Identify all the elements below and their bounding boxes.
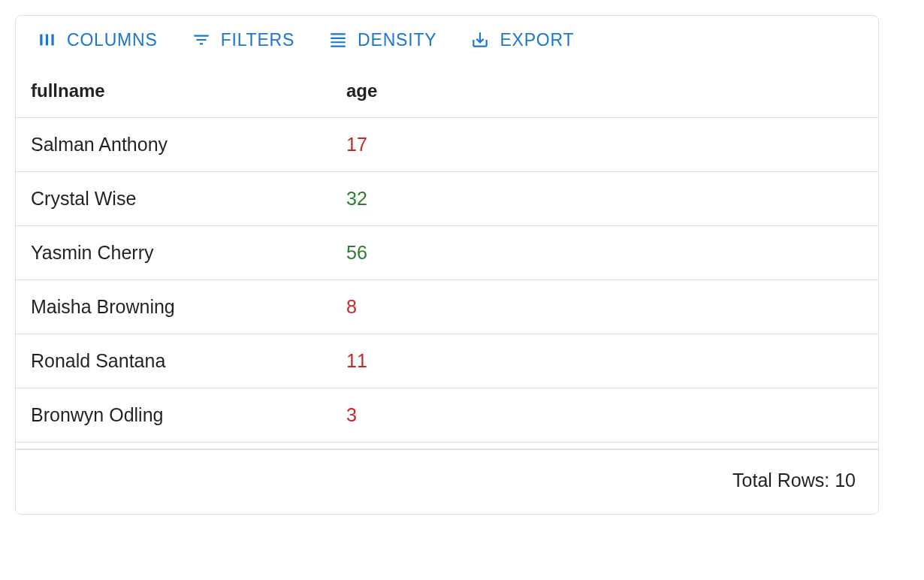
density-icon — [328, 29, 349, 50]
columns-button[interactable]: COLUMNS — [31, 25, 164, 55]
cell-fullname: Maisha Browning — [31, 296, 346, 318]
grid-footer: Total Rows: 10 — [16, 449, 878, 514]
filters-button-label: FILTERS — [221, 30, 294, 50]
table-row[interactable]: Ronald Santana 11 — [16, 334, 878, 388]
table-row[interactable]: Bronwyn Odling 3 — [16, 388, 878, 443]
cell-fullname: Bronwyn Odling — [31, 404, 346, 426]
table-row[interactable]: Maisha Browning 8 — [16, 280, 878, 334]
density-button[interactable]: DENSITY — [322, 25, 442, 55]
cell-age: 32 — [346, 188, 863, 210]
column-headers: fullname age — [16, 64, 878, 118]
columns-icon — [37, 29, 58, 50]
cell-age: 17 — [346, 134, 863, 156]
table-row-partial — [16, 443, 878, 449]
cell-age: 11 — [346, 350, 863, 372]
cell-fullname: Salman Anthony — [31, 134, 346, 156]
grid-toolbar: COLUMNS FILTERS DENSITY EXPORT — [16, 16, 878, 64]
total-rows-label: Total Rows: 10 — [732, 470, 856, 491]
table-row[interactable]: Salman Anthony 17 — [16, 118, 878, 172]
density-button-label: DENSITY — [358, 30, 436, 50]
table-row[interactable]: Crystal Wise 32 — [16, 172, 878, 226]
table-row[interactable]: Yasmin Cherry 56 — [16, 226, 878, 280]
header-fullname[interactable]: fullname — [31, 80, 346, 101]
cell-age: 8 — [346, 296, 863, 318]
filter-icon — [191, 29, 212, 50]
filters-button[interactable]: FILTERS — [185, 25, 300, 55]
grid-body: Salman Anthony 17 Crystal Wise 32 Yasmin… — [16, 118, 878, 449]
cell-fullname: Crystal Wise — [31, 188, 346, 210]
download-icon — [470, 29, 491, 50]
export-button-label: EXPORT — [500, 30, 574, 50]
cell-age: 56 — [346, 242, 863, 264]
data-grid: COLUMNS FILTERS DENSITY EXPORT fullname … — [15, 15, 879, 515]
export-button[interactable]: EXPORT — [464, 25, 580, 55]
cell-fullname: Ronald Santana — [31, 350, 346, 372]
columns-button-label: COLUMNS — [67, 30, 158, 50]
header-age[interactable]: age — [346, 80, 863, 101]
cell-fullname: Yasmin Cherry — [31, 242, 346, 264]
cell-age: 3 — [346, 404, 863, 426]
